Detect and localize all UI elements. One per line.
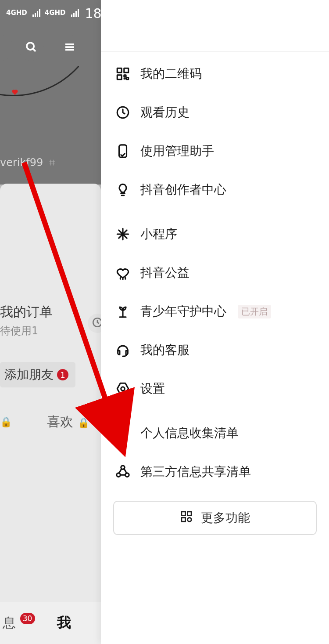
menu-label: 观看历史	[140, 104, 190, 121]
add-friend-pill[interactable]: 添加朋友 1	[0, 362, 75, 387]
menu-label: 小程序	[140, 226, 177, 242]
heart-beat-icon	[114, 264, 132, 282]
menu-item-charity[interactable]: 抖音公益	[101, 253, 329, 292]
teen-guardian-tag: 已开启	[238, 305, 271, 318]
grid-plus-icon	[180, 510, 193, 526]
bulb-icon	[114, 181, 132, 199]
svg-point-0	[27, 43, 34, 50]
svg-marker-7	[117, 383, 129, 394]
svg-rect-4	[117, 75, 122, 80]
menu-button[interactable]	[57, 35, 82, 61]
lock-icon: 🔒	[78, 417, 89, 428]
svg-rect-2	[117, 68, 122, 72]
doc-export-icon	[114, 424, 132, 442]
svg-rect-13	[188, 511, 192, 515]
svg-point-8	[121, 387, 125, 391]
network-label-2: 4GHD	[45, 10, 66, 16]
phone-check-icon	[114, 142, 132, 160]
lock-icon: 🔒	[0, 416, 12, 427]
status-time: 18:27	[85, 6, 123, 21]
my-orders[interactable]: 我的订单 待使用1	[0, 303, 53, 338]
add-friend-badge: 1	[57, 369, 68, 380]
search-icon	[25, 40, 38, 55]
menu-item-thirdparty-share-list[interactable]: 第三方信息共享清单	[101, 452, 329, 491]
menu-item-support[interactable]: 我的客服	[101, 331, 329, 369]
menu-item-miniapp[interactable]: 小程序	[101, 215, 329, 253]
qr-mini-icon: ⌗	[49, 156, 55, 169]
menu-item-history[interactable]: 观看历史	[101, 93, 329, 132]
menu-item-usage-assistant[interactable]: 使用管理助手	[101, 132, 329, 170]
menu-label: 使用管理助手	[140, 143, 214, 159]
status-speed: 40.4 KB/s	[127, 7, 140, 19]
signal-bars-icon	[71, 9, 79, 17]
menu-label: 设置	[140, 380, 165, 397]
network-label-1: 4GHD	[6, 10, 27, 16]
menu-item-creator-center[interactable]: 抖音创作者中心	[101, 170, 329, 209]
menu-group-2: 小程序 抖音公益 青少年守护中心 已开启 我的客服	[101, 212, 329, 411]
svg-rect-3	[124, 68, 129, 72]
sprout-icon	[114, 303, 132, 320]
nav-messages[interactable]: 息 30	[3, 614, 35, 632]
menu-label: 我的二维码	[140, 65, 202, 82]
profile-username: verikf99 ⌗	[0, 156, 55, 169]
signal-bars-icon	[32, 9, 40, 17]
menu-label: 青少年守护中心	[140, 303, 226, 320]
nav-me[interactable]: 我	[57, 613, 71, 633]
profile-banner-art	[0, 66, 79, 105]
menu-label: 我的客服	[140, 342, 190, 358]
menu-label: 抖音公益	[140, 264, 190, 281]
menu-label: 第三方信息共享清单	[140, 463, 251, 480]
spark-icon	[114, 225, 132, 243]
svg-rect-12	[182, 511, 186, 515]
status-bar: 4GHD 4GHD 18:27 40.4 KB/s	[0, 0, 329, 26]
menu-label: 抖音创作者中心	[140, 181, 226, 198]
more-features-label: 更多功能	[201, 510, 250, 526]
gear-icon	[114, 380, 132, 398]
my-orders-sub: 待使用1	[0, 324, 53, 338]
profile-tab-row: 🔒 喜欢 🔒	[0, 413, 89, 431]
menu-group-1: 我的二维码 观看历史 使用管理助手 抖音创作者中心	[101, 52, 329, 212]
likes-tab[interactable]: 喜欢 🔒	[47, 413, 89, 431]
qr-icon	[114, 65, 132, 83]
menu-item-qrcode[interactable]: 我的二维码	[101, 54, 329, 93]
menu-group-3: 个人信息收集清单 第三方信息共享清单 更多功能	[101, 411, 329, 550]
bottom-nav: 息 30 我	[0, 602, 101, 644]
side-panel: 我的二维码 观看历史 使用管理助手 抖音创作者中心	[101, 0, 329, 644]
nav-messages-badge: 30	[20, 613, 35, 624]
my-orders-title: 我的订单	[0, 303, 53, 321]
menu-item-teen-guardian[interactable]: 青少年守护中心 已开启	[101, 292, 329, 331]
add-friend-label: 添加朋友	[4, 366, 54, 383]
hamburger-icon	[63, 40, 76, 55]
share-nodes-icon	[114, 463, 132, 481]
search-button[interactable]	[18, 35, 44, 61]
clock-icon	[114, 104, 132, 121]
menu-item-settings[interactable]: 设置	[101, 369, 329, 408]
svg-point-15	[188, 517, 192, 521]
menu-item-personal-info-list[interactable]: 个人信息收集清单	[101, 414, 329, 452]
svg-rect-14	[182, 517, 186, 521]
menu-label: 个人信息收集清单	[140, 425, 239, 441]
more-features-button[interactable]: 更多功能	[113, 501, 317, 535]
headset-icon	[114, 341, 132, 359]
